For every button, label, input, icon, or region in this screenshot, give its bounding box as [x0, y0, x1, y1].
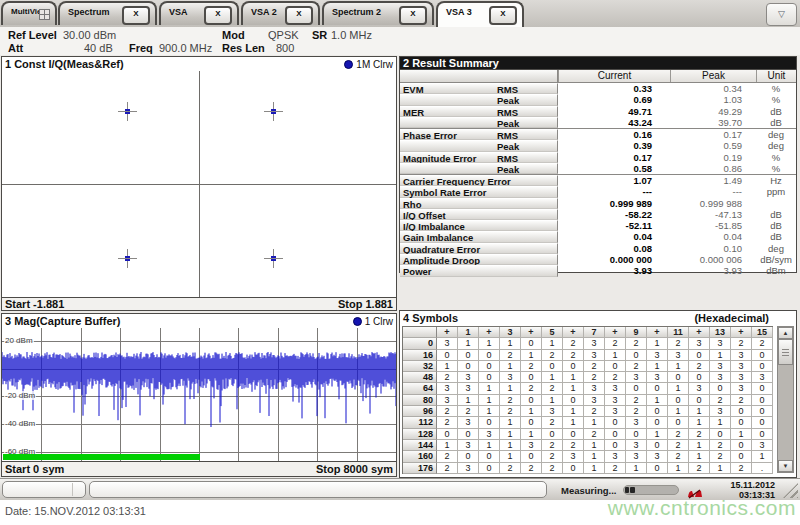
symbol-value-cell: 0 — [563, 463, 584, 474]
symbol-value-cell: 2 — [710, 451, 731, 462]
result-unit: dB — [756, 231, 796, 242]
symbols-row-offset: 64 — [403, 383, 437, 394]
symbol-value-cell: 0 — [605, 440, 626, 451]
result-row: Power3.933.93dBm — [400, 265, 796, 276]
symbol-value-cell: 3 — [731, 383, 752, 394]
result-current-value: 0.000 000 — [558, 254, 670, 265]
symbol-value-cell: 0 — [752, 406, 773, 417]
result-summary-title: 2 Result Summary — [403, 57, 499, 69]
sr-value[interactable]: 1.0 MHz — [331, 29, 372, 41]
tab-multiview[interactable]: MultiView — [1, 1, 57, 25]
att-value[interactable]: 40 dB — [84, 42, 113, 54]
symbol-value-cell: 2 — [542, 350, 563, 361]
symbol-value-cell: 3 — [563, 451, 584, 462]
symbol-value-cell: 1 — [668, 383, 689, 394]
trace-legend[interactable]: 1M Clrw — [344, 59, 393, 70]
symbol-value-cell: 2 — [626, 406, 647, 417]
result-row: Gain Imbalance0.040.04dB — [400, 231, 796, 242]
symbol-value-cell: 0 — [626, 383, 647, 394]
symbol-value-cell: 2 — [521, 383, 542, 394]
trace-legend[interactable]: 1 Clrw — [353, 316, 393, 327]
tab-close-button[interactable]: X — [489, 6, 517, 25]
result-summary-titlebar[interactable]: 2 Result Summary — [400, 57, 796, 70]
trace-legend-label: 1M Clrw — [356, 59, 393, 70]
const-window-titlebar[interactable]: 1 Const I/Q(Meas&Ref) 1M Clrw — [2, 57, 396, 72]
symbols-window-titlebar[interactable]: 4 Symbols (Hexadecimal) — [400, 311, 796, 325]
symbol-value-cell: 1 — [500, 451, 521, 462]
symbol-value-cell: 0 — [668, 372, 689, 383]
symbol-value-cell: 3 — [731, 372, 752, 383]
result-label: Gain Imbalance — [400, 231, 558, 242]
symbol-value-cell: 2 — [689, 361, 710, 372]
tab-vsa-3[interactable]: VSA 3 X — [436, 1, 524, 27]
symbol-value-cell: 3 — [626, 451, 647, 462]
symbols-column-header: + — [521, 327, 542, 338]
symbol-value-cell: 0 — [731, 451, 752, 462]
scroll-up-button[interactable]: ▲ — [778, 327, 793, 339]
symbols-column-header: 5 — [542, 327, 563, 338]
symbol-value-cell: 0 — [479, 372, 500, 383]
symbols-column-header: + — [479, 327, 500, 338]
symbol-value-cell: 3 — [584, 395, 605, 406]
symbols-scrollbar[interactable]: ▲ ▼ — [777, 326, 794, 473]
symbol-value-cell: 0 — [458, 361, 479, 372]
scrollbar-thumb[interactable] — [778, 339, 793, 365]
symbol-value-cell: 1 — [479, 406, 500, 417]
ref-level-value[interactable]: 30.00 dBm — [63, 29, 116, 41]
symbols-table: +1+3+5+7+9+11+13+15031110123221233221600… — [402, 326, 773, 474]
symbol-value-cell: 3 — [458, 463, 479, 474]
freq-value[interactable]: 900.0 MHz — [159, 42, 212, 54]
result-label: Magnitude ErrorRMS — [400, 152, 558, 163]
symbol-value-cell: 0 — [542, 429, 563, 440]
tab-overflow-button[interactable]: ▽ — [766, 3, 797, 26]
tab-vsa[interactable]: VSA X — [159, 1, 239, 25]
symbol-value-cell: 2 — [752, 338, 773, 349]
capture-plot[interactable]: 20 dBm-20 dBm-40 dBm-60 dBm — [2, 328, 396, 461]
result-unit: dB — [756, 106, 796, 117]
tab-close-button[interactable]: X — [285, 6, 313, 25]
symbols-column-header: 11 — [668, 327, 689, 338]
softkey-field-1[interactable] — [2, 481, 86, 498]
symbol-value-cell: 2 — [437, 406, 458, 417]
symbol-value-cell: 1 — [668, 406, 689, 417]
symbols-column-header: 7 — [584, 327, 605, 338]
progress-segment — [625, 487, 629, 493]
symbol-value-cell: 1 — [500, 338, 521, 349]
scroll-down-button[interactable]: ▼ — [778, 460, 793, 472]
tab-close-button[interactable]: X — [204, 6, 232, 25]
tab-spectrum-2[interactable]: Spectrum 2 X — [322, 1, 434, 25]
capture-window-titlebar[interactable]: 3 Mag(Capture Buffer) 1 Clrw — [2, 314, 396, 329]
capture-stop-label: Stop 8000 sym — [316, 462, 393, 476]
symbol-value-cell: 2 — [668, 338, 689, 349]
symbols-window-title: 4 Symbols — [403, 312, 458, 324]
tab-close-button[interactable]: X — [399, 6, 427, 25]
symbol-value-cell: 2 — [542, 417, 563, 428]
result-unit: dB — [756, 117, 796, 128]
symbols-corner-cell — [403, 327, 437, 338]
symbol-value-cell: 0 — [731, 417, 752, 428]
mod-value[interactable]: QPSK — [268, 29, 299, 41]
constellation-plot[interactable] — [2, 71, 396, 297]
y-axis-tick-label: -40 dBm — [4, 419, 36, 428]
symbol-value-cell: 3 — [605, 395, 626, 406]
res-len-value[interactable]: 800 — [276, 42, 294, 54]
symbol-value-cell: 3 — [626, 372, 647, 383]
trace-color-dot-icon — [353, 317, 362, 326]
symbol-value-cell: 3 — [605, 383, 626, 394]
tab-spectrum[interactable]: Spectrum X — [58, 1, 157, 25]
tab-label: VSA — [169, 7, 188, 17]
constellation-dot — [125, 256, 130, 261]
tab-close-button[interactable]: X — [122, 6, 150, 25]
result-current-value: 0.16 — [558, 129, 670, 140]
symbol-value-cell: 0 — [458, 350, 479, 361]
result-unit: dB/sym — [756, 254, 796, 265]
symbol-value-cell: 3 — [647, 451, 668, 462]
symbol-value-cell: 0 — [521, 451, 542, 462]
softkey-field-2[interactable] — [89, 481, 547, 498]
symbol-value-cell: 3 — [479, 429, 500, 440]
result-sub: Peak — [497, 164, 519, 175]
symbol-value-cell: 3 — [437, 338, 458, 349]
symbol-value-cell: 3 — [731, 361, 752, 372]
tab-vsa-2[interactable]: VSA 2 X — [241, 1, 320, 25]
result-label: Phase ErrorRMS — [400, 129, 558, 140]
